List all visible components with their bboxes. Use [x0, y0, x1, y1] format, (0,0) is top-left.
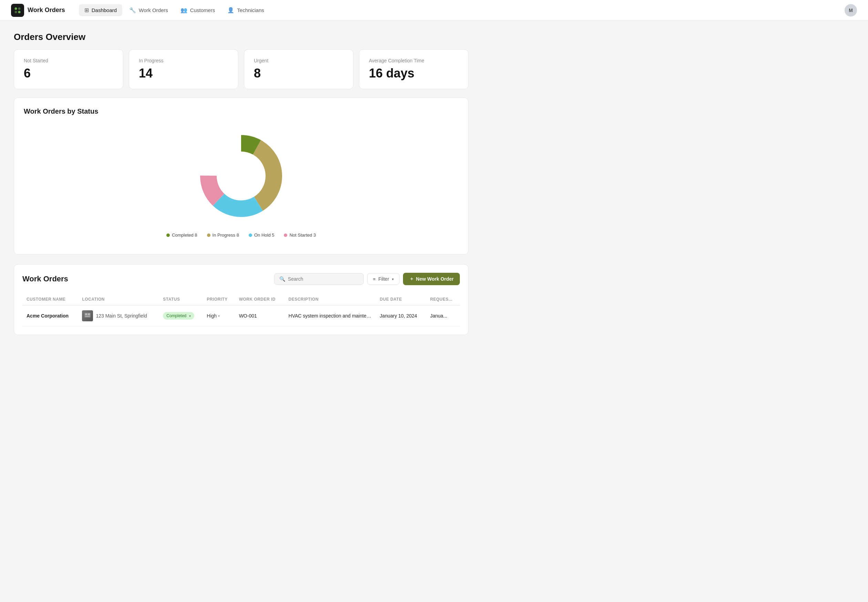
- chart-title: Work Orders by Status: [24, 108, 458, 115]
- legend-label-inprogress: In Progress 8: [212, 232, 239, 238]
- customers-icon: 👥: [180, 7, 187, 14]
- col-status: Status: [159, 293, 203, 306]
- nav-label-technicians: Technicians: [237, 7, 264, 13]
- stat-urgent: Urgent 8: [244, 49, 353, 89]
- work-orders-title: Work Orders: [22, 275, 274, 283]
- col-description: Description: [284, 293, 376, 306]
- col-due-date: Due Date: [376, 293, 426, 306]
- overview-title: Orders Overview: [14, 32, 469, 42]
- customer-name-text: Acme Corporation: [26, 313, 69, 319]
- stat-label-1: In Progress: [139, 58, 228, 63]
- legend-dot-inprogress: [207, 233, 210, 237]
- stat-not-started: Not Started 6: [14, 49, 123, 89]
- chart-legend: Completed 8 In Progress 8 On Hold 5 Not …: [166, 232, 316, 238]
- table-header: Customer Name Location Status Priority W…: [22, 293, 460, 306]
- status-chevron-icon: ▾: [189, 314, 191, 318]
- stat-avg-completion: Average Completion Time 16 days: [359, 49, 469, 89]
- dashboard-icon: ⊞: [84, 7, 89, 14]
- cell-work-order-id: WO-001: [235, 306, 284, 327]
- col-work-order-id: Work Order ID: [235, 293, 284, 306]
- technicians-icon: 👤: [227, 7, 234, 14]
- navbar: Work Orders ⊞ Dashboard 🔧 Work Orders 👥 …: [0, 0, 868, 21]
- nav-label-customers: Customers: [190, 7, 215, 13]
- svg-point-3: [18, 11, 21, 13]
- nav-label-dashboard: Dashboard: [92, 7, 117, 13]
- stat-label-0: Not Started: [24, 58, 113, 63]
- filter-button[interactable]: ≡ Filter ▾: [367, 273, 399, 285]
- nav-label-work-orders: Work Orders: [139, 7, 168, 13]
- status-badge[interactable]: Completed ▾: [163, 312, 194, 319]
- status-text: Completed: [166, 313, 186, 318]
- user-avatar[interactable]: M: [845, 4, 857, 17]
- col-requested: Reques...: [426, 293, 460, 306]
- stats-grid: Not Started 6 In Progress 14 Urgent 8 Av…: [14, 49, 469, 89]
- svg-point-0: [15, 7, 17, 10]
- cell-priority: High ▾: [203, 306, 235, 327]
- legend-label-completed: Completed 8: [172, 232, 197, 238]
- col-customer-name: Customer Name: [22, 293, 78, 306]
- nav-item-customers[interactable]: 👥 Customers: [175, 4, 221, 16]
- legend-completed: Completed 8: [166, 232, 197, 238]
- stat-value-3: 16 days: [369, 66, 458, 81]
- donut-chart: [193, 128, 289, 224]
- svg-point-2: [15, 11, 17, 13]
- stat-value-2: 8: [254, 66, 343, 81]
- cell-location: 123 Main St, Springfield: [78, 306, 159, 327]
- stat-value-0: 6: [24, 66, 113, 81]
- filter-icon: ≡: [373, 276, 376, 282]
- svg-rect-5: [85, 313, 87, 315]
- nav-item-dashboard[interactable]: ⊞ Dashboard: [79, 4, 122, 16]
- col-priority: Priority: [203, 293, 235, 306]
- nav-logo: Work Orders: [11, 4, 65, 17]
- new-order-label: New Work Order: [416, 276, 454, 282]
- wrench-icon: 🔧: [129, 7, 136, 14]
- cell-customer-name: Acme Corporation: [22, 306, 78, 327]
- chart-container: Completed 8 In Progress 8 On Hold 5 Not …: [24, 121, 458, 244]
- chart-card: Work Orders by Status Completed 8: [14, 97, 469, 255]
- table-row: Acme Corporation: [22, 306, 460, 327]
- legend-dot-onhold: [249, 233, 252, 237]
- cell-requested: Janua...: [426, 306, 460, 327]
- priority-chevron-icon: ▾: [218, 314, 220, 318]
- legend-inprogress: In Progress 8: [207, 232, 239, 238]
- filter-label: Filter: [378, 276, 389, 282]
- app-title: Work Orders: [28, 6, 65, 14]
- work-orders-section: Work Orders 🔍 ≡ Filter ▾ ＋ New Work Orde…: [14, 264, 469, 335]
- stat-in-progress: In Progress 14: [129, 49, 238, 89]
- work-orders-header: Work Orders 🔍 ≡ Filter ▾ ＋ New Work Orde…: [22, 273, 460, 285]
- svg-rect-6: [88, 313, 90, 315]
- search-box[interactable]: 🔍: [274, 273, 364, 285]
- legend-dot-completed: [166, 233, 170, 237]
- work-orders-table: Customer Name Location Status Priority W…: [22, 293, 460, 327]
- search-input[interactable]: [288, 276, 359, 282]
- nav-item-technicians[interactable]: 👤 Technicians: [222, 4, 269, 16]
- main-content: Orders Overview Not Started 6 In Progres…: [0, 21, 482, 346]
- location-text: 123 Main St, Springfield: [96, 313, 147, 319]
- legend-notstarted: Not Started 3: [284, 232, 316, 238]
- nav-items: ⊞ Dashboard 🔧 Work Orders 👥 Customers 👤 …: [79, 4, 842, 16]
- work-orders-table-wrapper: Customer Name Location Status Priority W…: [22, 293, 460, 327]
- cell-status: Completed ▾: [159, 306, 203, 327]
- legend-onhold: On Hold 5: [249, 232, 275, 238]
- cell-due-date: January 10, 2024: [376, 306, 426, 327]
- location-thumbnail: [82, 310, 93, 321]
- plus-icon: ＋: [409, 276, 414, 282]
- legend-label-onhold: On Hold 5: [254, 232, 275, 238]
- search-icon: 🔍: [280, 276, 285, 282]
- new-work-order-button[interactable]: ＋ New Work Order: [403, 273, 460, 285]
- table-body: Acme Corporation: [22, 306, 460, 327]
- stat-label-2: Urgent: [254, 58, 343, 63]
- legend-dot-notstarted: [284, 233, 287, 237]
- col-location: Location: [78, 293, 159, 306]
- logo-icon: [11, 4, 24, 17]
- filter-chevron-icon: ▾: [392, 277, 394, 281]
- priority-text: High: [207, 313, 217, 319]
- legend-label-notstarted: Not Started 3: [289, 232, 316, 238]
- svg-rect-7: [85, 316, 90, 317]
- stat-label-3: Average Completion Time: [369, 58, 458, 63]
- cell-description: HVAC system inspection and maintenance.: [284, 306, 376, 327]
- svg-point-1: [18, 7, 21, 10]
- stat-value-1: 14: [139, 66, 228, 81]
- nav-item-work-orders[interactable]: 🔧 Work Orders: [124, 4, 174, 16]
